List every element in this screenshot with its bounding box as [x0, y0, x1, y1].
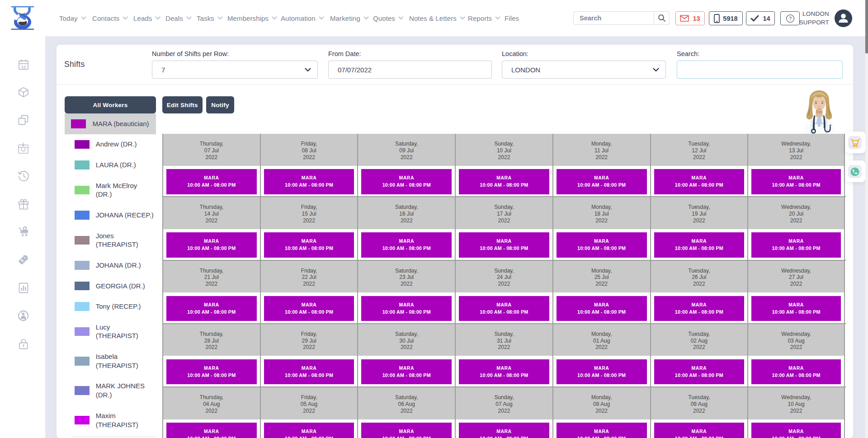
- svg-text:?: ?: [788, 15, 791, 21]
- svg-text:12: 12: [21, 64, 26, 69]
